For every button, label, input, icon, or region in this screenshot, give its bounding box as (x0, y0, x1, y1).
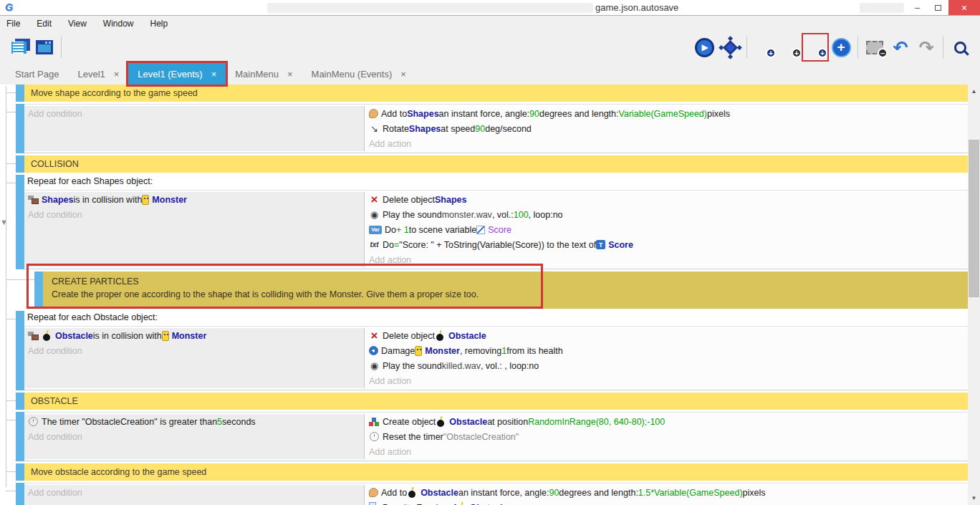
add-action-placeholder[interactable]: Add action (369, 252, 968, 267)
undo-icon[interactable]: ↶ (888, 34, 913, 61)
standard-event[interactable]: Add conditionAdd to Obstacle an instant … (0, 483, 968, 505)
tab-level1-events[interactable]: Level1 (Events)× (128, 63, 226, 85)
tab-level1[interactable]: Level1× (68, 63, 128, 85)
menu-help[interactable]: Help (150, 19, 168, 29)
standard-event[interactable]: Add conditionAdd to Shapes an instant fo… (0, 104, 968, 153)
actions-cell[interactable]: ×Delete object Shapes◉Play the sound mon… (365, 192, 968, 267)
add-subevent-icon[interactable]: + (777, 34, 802, 61)
action-line[interactable]: ◉Play the sound killed.wav, vol.: , loop… (369, 358, 968, 373)
actions-cell[interactable]: Add to Shapes an instant force, angle: 9… (365, 106, 968, 151)
event-selection-bar[interactable] (16, 483, 24, 505)
event-selection-bar[interactable] (16, 412, 24, 461)
comment-text-bar[interactable]: Move obstacle according to the game spee… (24, 463, 968, 481)
action-line[interactable]: Reset the timer "ObstacleCreation" (369, 429, 968, 444)
action-line[interactable]: Add to Shapes an instant force, angle: 9… (369, 106, 968, 121)
restore-button[interactable] (928, 0, 948, 15)
comment-event[interactable]: COLLISION (0, 155, 968, 173)
menu-view[interactable]: View (68, 19, 87, 29)
search-icon[interactable] (947, 34, 973, 61)
event-selection-bar[interactable] (16, 104, 24, 153)
conditions-cell[interactable]: Shapes is in collision with MonsterAdd c… (24, 192, 365, 267)
add-comment-icon[interactable]: + (802, 34, 828, 61)
condition-line[interactable]: Shapes is in collision with Monster (28, 192, 364, 207)
fold-arrow-icon[interactable]: ▼ (0, 218, 8, 226)
action-line[interactable]: Damage Monster, removing 1 from its heal… (369, 343, 968, 358)
foreach-event[interactable]: Repeat for each Shapes object:Shapes is … (0, 175, 968, 269)
add-condition-placeholder[interactable]: Add condition (28, 207, 364, 222)
add-event-icon[interactable]: + (751, 34, 777, 61)
vertical-scrollbar[interactable]: ▲ ▼ (968, 85, 980, 505)
event-selection-bar[interactable] (16, 311, 24, 390)
close-button[interactable]: × (948, 0, 980, 15)
event-selection-bar[interactable] (16, 85, 24, 102)
tab-close-icon[interactable]: × (211, 69, 217, 80)
add-condition-placeholder[interactable]: Add condition (28, 343, 364, 358)
scroll-down-icon[interactable]: ▼ (968, 493, 980, 504)
scene-editor-icon[interactable] (32, 34, 57, 61)
tab-close-icon[interactable]: × (114, 69, 120, 80)
tab-mainmenu-events[interactable]: MainMenu (Events)× (302, 63, 415, 85)
conditions-cell[interactable]: Add condition (24, 485, 365, 505)
conditions-cell[interactable]: Obstacle is in collision with MonsterAdd… (24, 328, 365, 388)
tab-close-icon[interactable]: × (400, 69, 406, 80)
action-line[interactable]: Add to Obstacle an instant force, angle:… (369, 485, 968, 500)
scrollbar-thumb[interactable] (969, 140, 979, 297)
foreach-event[interactable]: Repeat for each Obstacle object:Obstacle… (0, 311, 968, 390)
debug-icon[interactable] (717, 34, 743, 61)
redo-icon[interactable]: ↷ (913, 34, 939, 61)
menu-file[interactable]: File (6, 19, 20, 29)
play-icon[interactable]: ▶ (691, 34, 717, 61)
minimize-button[interactable]: – (907, 0, 928, 15)
event-selection-bar[interactable] (16, 175, 24, 269)
textobj-icon: T (596, 240, 605, 249)
add-condition-placeholder[interactable]: Add condition (28, 106, 364, 121)
menu-window[interactable]: Window (103, 19, 134, 29)
action-line[interactable]: txtDo = "Score: " + ToString(Variable(Sc… (369, 237, 968, 252)
add-action-placeholder[interactable]: Add action (369, 444, 968, 459)
scroll-up-icon[interactable]: ▲ (968, 86, 980, 97)
text-segment: killed.wav (442, 361, 481, 371)
comment-text-bar[interactable]: COLLISION (24, 155, 968, 173)
comment-text-bar[interactable]: OBSTACLE (24, 393, 968, 410)
action-line[interactable]: ×Delete object Obstacle (369, 328, 968, 343)
event-selection-bar[interactable] (34, 271, 43, 309)
add-condition-placeholder[interactable]: Add condition (28, 485, 364, 500)
condition-line[interactable]: Obstacle is in collision with Monster (28, 328, 364, 343)
foreach-header[interactable]: Repeat for each Shapes object: (24, 175, 968, 190)
foreach-header[interactable]: Repeat for each Obstacle object: (24, 311, 968, 326)
comment-event[interactable]: Move shape according to the game speed (0, 85, 968, 102)
tab-start-page[interactable]: Start Page (6, 63, 68, 85)
comment-selected-bar[interactable]: CREATE PARTICLESCreate the proper one ac… (43, 271, 968, 309)
delete-event-icon[interactable]: – (862, 34, 888, 61)
comment-event[interactable]: OBSTACLE (0, 393, 968, 410)
add-action-placeholder[interactable]: Add action (369, 373, 968, 388)
add-action-placeholder[interactable]: Add action (369, 136, 968, 151)
event-selection-bar[interactable] (16, 393, 24, 410)
condition-line[interactable]: The timer "ObstacleCreation" is greater … (28, 414, 364, 429)
action-line[interactable]: VarDo + 1 to scene variable Score (369, 222, 968, 237)
event-selection-bar[interactable] (16, 155, 24, 173)
actions-cell[interactable]: Create object Obstacle at position Rando… (365, 414, 968, 459)
standard-event[interactable]: The timer "ObstacleCreation" is greater … (0, 412, 968, 461)
action-line[interactable]: ◉Play the sound monster.wav, vol.: 100, … (369, 207, 968, 222)
menu-edit[interactable]: Edit (37, 19, 52, 29)
action-line[interactable]: ×Delete object Shapes (369, 192, 968, 207)
conditions-cell[interactable]: The timer "ObstacleCreation" is greater … (24, 414, 365, 459)
actions-cell[interactable]: ×Delete object ObstacleDamage Monster, r… (365, 328, 968, 388)
tab-mainmenu[interactable]: MainMenu× (226, 63, 302, 85)
add-other-event-icon[interactable]: + (828, 34, 854, 61)
project-manager-icon[interactable] (6, 34, 32, 61)
event-gutter (0, 412, 16, 461)
add-condition-placeholder[interactable]: Add condition (28, 429, 364, 444)
comment-text-bar[interactable]: Move shape according to the game speed (24, 85, 968, 102)
text-segment: Monster (152, 195, 187, 205)
action-line[interactable]: Do = 4 to Z-order of Obstacle (369, 500, 968, 505)
tab-close-icon[interactable]: × (287, 69, 293, 80)
comment-event[interactable]: Move obstacle according to the game spee… (0, 463, 968, 481)
conditions-cell[interactable]: Add condition (24, 106, 365, 151)
action-line[interactable]: Create object Obstacle at position Rando… (369, 414, 968, 429)
comment-event[interactable]: CREATE PARTICLESCreate the proper one ac… (0, 271, 968, 309)
actions-cell[interactable]: Add to Obstacle an instant force, angle:… (365, 485, 968, 505)
event-selection-bar[interactable] (16, 463, 24, 481)
action-line[interactable]: ↘Rotate Shapes at speed 90deg/second (369, 121, 968, 136)
